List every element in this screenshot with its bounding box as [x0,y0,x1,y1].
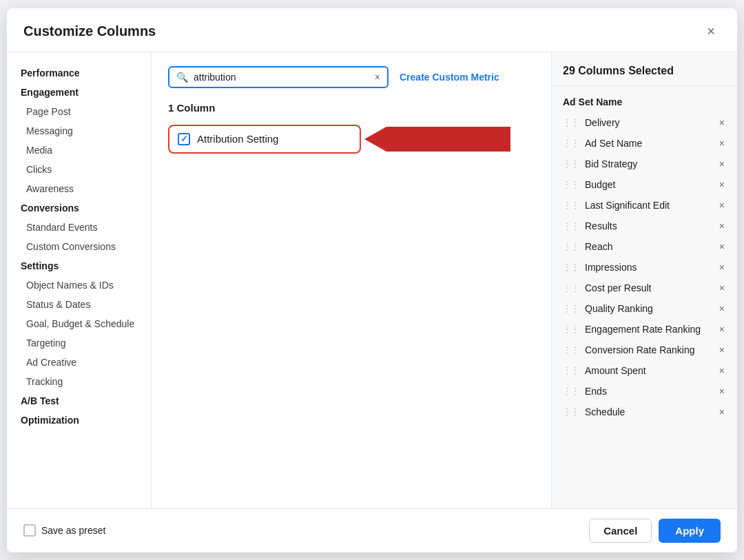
sidebar-item-tracking[interactable]: Tracking [7,372,151,391]
drag-handle-icon[interactable]: ⋮⋮ [563,200,579,210]
right-panel: 29 Columns Selected Ad Set Name ⋮⋮Delive… [551,52,737,508]
sidebar-item-page-post[interactable]: Page Post [7,102,151,121]
column-name-reach: Reach [585,241,712,252]
save-preset-label: Save as preset [41,525,105,536]
sidebar-item-conversions[interactable]: Conversions [7,198,151,218]
remove-column-button-amount-spent[interactable]: × [718,366,726,375]
column-row-quality-ranking: ⋮⋮Quality Ranking× [552,298,737,319]
column-name-budget: Budget [585,179,712,190]
apply-button[interactable]: Apply [659,519,721,543]
search-icon: 🔍 [176,72,188,83]
drag-handle-icon[interactable]: ⋮⋮ [563,221,579,231]
sidebar-item-settings[interactable]: Settings [7,256,151,276]
remove-column-button-bid-strategy[interactable]: × [718,159,726,169]
remove-column-button-conversion-rate-ranking[interactable]: × [718,345,726,355]
remove-column-button-budget[interactable]: × [718,180,726,189]
sidebar-item-custom-conversions[interactable]: Custom Conversions [7,237,151,256]
remove-column-button-delivery[interactable]: × [718,118,726,127]
drag-handle-icon[interactable]: ⋮⋮ [563,283,579,293]
drag-handle-icon[interactable]: ⋮⋮ [563,180,579,189]
column-name-amount-spent: Amount Spent [585,365,712,376]
modal-title: Customize Columns [23,23,156,39]
sidebar: PerformanceEngagementPage PostMessagingM… [7,52,152,508]
arrow-head [364,127,386,152]
sidebar-item-ad-creative[interactable]: Ad Creative [7,353,151,372]
attribution-setting-label: Attribution Setting [197,133,278,145]
sidebar-item-messaging[interactable]: Messaging [7,121,151,141]
pinned-column-name: Ad Set Name [563,96,726,107]
column-name-delivery: Delivery [585,117,712,128]
column-name-conversion-rate-ranking: Conversion Rate Ranking [585,344,712,355]
close-button[interactable]: × [701,21,721,42]
column-name-schedule: Schedule [585,406,712,417]
drag-handle-icon[interactable]: ⋮⋮ [563,304,579,313]
drag-handle-icon[interactable]: ⋮⋮ [563,366,579,375]
search-clear-button[interactable]: × [375,72,380,83]
sidebar-item-media[interactable]: Media [7,141,151,160]
drag-handle-icon[interactable]: ⋮⋮ [563,386,579,396]
sidebar-item-standard-events[interactable]: Standard Events [7,218,151,237]
save-preset-checkbox[interactable] [23,524,36,537]
drag-handle-icon[interactable]: ⋮⋮ [563,138,579,148]
columns-list: Ad Set Name ⋮⋮Delivery×⋮⋮Ad Set Name×⋮⋮B… [552,86,737,508]
remove-column-button-cost-per-result[interactable]: × [718,283,726,293]
drag-handle-icon[interactable]: ⋮⋮ [563,345,579,355]
remove-column-button-quality-ranking[interactable]: × [718,304,726,313]
attribution-setting-item[interactable]: ✓ Attribution Setting [168,125,361,154]
column-name-bid-strategy: Bid Strategy [585,158,712,169]
arrow-indicator [364,127,510,152]
column-row-budget: ⋮⋮Budget× [552,174,737,195]
search-box: 🔍 × [168,66,389,88]
remove-column-button-schedule[interactable]: × [718,407,726,417]
arrow-body [386,127,510,152]
sidebar-item-optimization[interactable]: Optimization [7,411,151,430]
remove-column-button-results[interactable]: × [718,221,726,231]
column-name-impressions: Impressions [585,262,712,273]
column-name-results: Results [585,220,712,231]
remove-column-button-engagement-rate-ranking[interactable]: × [718,324,726,334]
sidebar-item-performance[interactable]: Performance [7,63,151,83]
drag-handle-icon[interactable]: ⋮⋮ [563,262,579,272]
selected-count: 29 Columns Selected [563,65,674,76]
sidebar-item-targeting[interactable]: Targeting [7,333,151,353]
cancel-button[interactable]: Cancel [589,519,652,543]
sidebar-item-status-dates[interactable]: Status & Dates [7,295,151,314]
column-row-cost-per-result: ⋮⋮Cost per Result× [552,278,737,298]
column-name-engagement-rate-ranking: Engagement Rate Ranking [585,324,712,335]
drag-handle-icon[interactable]: ⋮⋮ [563,159,579,169]
search-row: 🔍 × Create Custom Metric [168,66,535,88]
drag-handle-icon[interactable]: ⋮⋮ [563,118,579,127]
drag-handle-icon[interactable]: ⋮⋮ [563,242,579,251]
drag-handle-icon[interactable]: ⋮⋮ [563,407,579,417]
drag-handle-icon[interactable]: ⋮⋮ [563,324,579,334]
column-name-last-significant-edit: Last Significant Edit [585,200,712,211]
sidebar-item-ab-test[interactable]: A/B Test [7,391,151,411]
column-row-results: ⋮⋮Results× [552,216,737,236]
modal-body: PerformanceEngagementPage PostMessagingM… [7,52,737,508]
remove-column-button-reach[interactable]: × [718,242,726,251]
column-row-amount-spent: ⋮⋮Amount Spent× [552,360,737,381]
attribution-checkbox[interactable]: ✓ [178,133,190,145]
remove-column-button-last-significant-edit[interactable]: × [718,200,726,210]
modal-header: Customize Columns × [7,8,737,52]
results-count: 1 Column [168,102,535,114]
remove-column-button-ad-set-name[interactable]: × [718,138,726,148]
remove-column-button-impressions[interactable]: × [718,262,726,272]
sidebar-item-engagement[interactable]: Engagement [7,83,151,102]
save-preset-area: Save as preset [23,524,105,537]
column-row-impressions: ⋮⋮Impressions× [552,257,737,278]
search-input[interactable] [194,72,369,83]
create-custom-metric-link[interactable]: Create Custom Metric [400,72,499,83]
sidebar-item-clicks[interactable]: Clicks [7,160,151,179]
footer-buttons: Cancel Apply [589,519,721,543]
column-row-reach: ⋮⋮Reach× [552,236,737,257]
column-name-quality-ranking: Quality Ranking [585,303,712,314]
column-name-ends: Ends [585,386,712,397]
modal-footer: Save as preset Cancel Apply [7,508,737,552]
sidebar-item-goal-budget[interactable]: Goal, Budget & Schedule [7,314,151,333]
sidebar-item-object-names[interactable]: Object Names & IDs [7,276,151,295]
remove-column-button-ends[interactable]: × [718,386,726,396]
column-row-ends: ⋮⋮Ends× [552,381,737,402]
customize-columns-modal: Customize Columns × PerformanceEngagemen… [7,8,737,552]
sidebar-item-awareness[interactable]: Awareness [7,179,151,198]
